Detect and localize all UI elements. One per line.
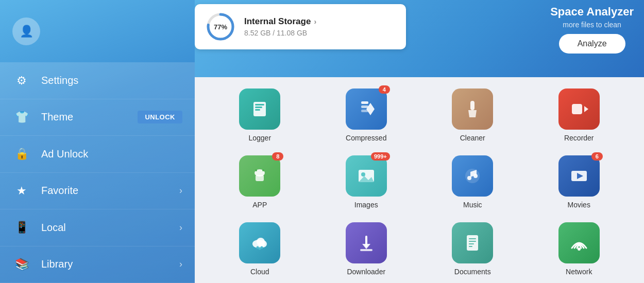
sidebar-item-favorite[interactable]: ★ Favorite › bbox=[0, 173, 195, 209]
svg-rect-6 bbox=[361, 101, 368, 104]
app-label-logger: Logger bbox=[248, 134, 271, 142]
space-analyzer: Space Analyzer more files to clean Analy… bbox=[550, 5, 634, 54]
grid-item-cloud[interactable]: Cloud bbox=[210, 217, 310, 280]
svg-point-30 bbox=[261, 246, 263, 249]
svg-marker-9 bbox=[366, 103, 375, 115]
storage-name: Internal Storage › bbox=[244, 16, 316, 27]
svg-point-18 bbox=[361, 172, 365, 176]
app-label-documents: Documents bbox=[454, 268, 491, 276]
sidebar-label-ad-unlock: Ad Unlock bbox=[41, 148, 182, 160]
sidebar-label-library: Library bbox=[41, 258, 179, 270]
svg-rect-16 bbox=[256, 175, 264, 181]
sidebar-label-favorite: Favorite bbox=[41, 185, 179, 197]
storage-card[interactable]: 77% Internal Storage › 8.52 GB / 11.08 G… bbox=[195, 4, 406, 49]
app-label-recorder: Recorder bbox=[564, 134, 594, 142]
app-icon-cleaner bbox=[452, 89, 493, 130]
svg-point-14 bbox=[255, 169, 257, 171]
app-label-cloud: Cloud bbox=[250, 268, 269, 276]
settings-icon: ⚙ bbox=[12, 72, 31, 90]
app-icon-documents bbox=[452, 222, 493, 263]
grid-item-downloader[interactable]: Downloader bbox=[317, 217, 416, 280]
main-content: 77% Internal Storage › 8.52 GB / 11.08 G… bbox=[195, 0, 644, 283]
theme-icon: 👕 bbox=[12, 108, 31, 127]
svg-marker-31 bbox=[362, 244, 370, 249]
app-label-network: Network bbox=[566, 268, 592, 276]
svg-rect-5 bbox=[255, 109, 260, 111]
svg-rect-11 bbox=[572, 104, 582, 114]
app-icon-music bbox=[452, 155, 493, 197]
sidebar-label-local: Local bbox=[41, 222, 179, 234]
badge-images: 999+ bbox=[371, 152, 390, 161]
badge-movies: 6 bbox=[591, 152, 603, 161]
storage-info: Internal Storage › 8.52 GB / 11.08 GB bbox=[244, 16, 316, 37]
svg-point-27 bbox=[257, 238, 265, 246]
sidebar-item-theme[interactable]: 👕 Theme UNLOCK bbox=[0, 99, 195, 136]
chevron-icon-local: › bbox=[179, 222, 182, 233]
svg-point-21 bbox=[467, 176, 471, 180]
grid-item-documents[interactable]: Documents bbox=[423, 217, 522, 280]
grid-item-compressed[interactable]: 4 Compressed bbox=[317, 83, 416, 146]
grid-item-movies[interactable]: 6 Movies bbox=[530, 150, 629, 213]
grid-area: Logger 4 Compressed Cleaner Recorder 8 A… bbox=[195, 77, 644, 283]
storage-percent: 77% bbox=[214, 23, 227, 31]
svg-rect-33 bbox=[467, 235, 478, 251]
space-analyzer-title: Space Analyzer bbox=[550, 5, 634, 19]
grid-item-cleaner[interactable]: Cleaner bbox=[423, 83, 522, 146]
app-icon-movies: 6 bbox=[558, 155, 600, 197]
app-icon-cloud bbox=[239, 222, 280, 263]
svg-point-38 bbox=[578, 247, 581, 251]
app-label-images: Images bbox=[354, 201, 378, 209]
top-bar: 77% Internal Storage › 8.52 GB / 11.08 G… bbox=[195, 0, 644, 77]
chevron-icon-library: › bbox=[179, 259, 182, 270]
star-icon: ★ bbox=[12, 182, 31, 200]
grid-item-network[interactable]: Network bbox=[530, 217, 629, 280]
app-label-music: Music bbox=[463, 201, 482, 209]
app-icon-images: 999+ bbox=[346, 155, 387, 197]
phone-icon: 📱 bbox=[12, 218, 31, 237]
app-icon-downloader bbox=[346, 222, 387, 263]
app-icon-compressed: 4 bbox=[346, 89, 387, 130]
svg-rect-36 bbox=[469, 243, 474, 244]
storage-arrow-icon: › bbox=[314, 17, 316, 26]
chevron-icon-favorite: › bbox=[179, 185, 182, 196]
sidebar: 👤 ⚙ Settings 👕 Theme UNLOCK 🔒 Ad Unlock … bbox=[0, 0, 195, 283]
app-label-cleaner: Cleaner bbox=[460, 134, 485, 142]
lock-icon: 🔒 bbox=[12, 145, 31, 163]
storage-size: 8.52 GB / 11.08 GB bbox=[244, 29, 316, 37]
svg-rect-3 bbox=[255, 104, 264, 105]
library-icon: 📚 bbox=[12, 255, 31, 274]
avatar: 👤 bbox=[12, 17, 40, 45]
sidebar-item-settings[interactable]: ⚙ Settings bbox=[0, 62, 195, 99]
grid-item-logger[interactable]: Logger bbox=[210, 83, 310, 146]
svg-rect-32 bbox=[360, 249, 372, 251]
grid-item-music[interactable]: Music bbox=[423, 150, 522, 213]
sidebar-header: 👤 bbox=[0, 0, 195, 62]
app-icon-recorder bbox=[558, 89, 600, 130]
analyze-button[interactable]: Analyze bbox=[559, 34, 625, 54]
svg-rect-35 bbox=[469, 241, 476, 242]
space-analyzer-subtitle: more files to clean bbox=[550, 21, 634, 29]
sidebar-item-local[interactable]: 📱 Local › bbox=[0, 209, 195, 246]
svg-rect-4 bbox=[255, 107, 262, 108]
grid-item-app[interactable]: 8 APP bbox=[210, 150, 310, 213]
sidebar-item-ad-unlock[interactable]: 🔒 Ad Unlock bbox=[0, 136, 195, 172]
grid-item-images[interactable]: 999+ Images bbox=[317, 150, 416, 213]
sidebar-label-theme: Theme bbox=[41, 111, 138, 123]
sidebar-label-settings: Settings bbox=[41, 75, 182, 86]
app-label-app: APP bbox=[252, 201, 267, 209]
svg-rect-10 bbox=[470, 101, 474, 110]
svg-rect-37 bbox=[469, 246, 472, 247]
app-icon-logger bbox=[239, 89, 280, 130]
app-icon-network bbox=[558, 222, 600, 263]
sidebar-item-library[interactable]: 📚 Library › bbox=[0, 246, 195, 283]
grid-item-recorder[interactable]: Recorder bbox=[530, 83, 629, 146]
app-label-downloader: Downloader bbox=[347, 268, 385, 276]
badge-app: 8 bbox=[272, 152, 283, 161]
app-label-movies: Movies bbox=[568, 201, 590, 209]
unlock-badge[interactable]: UNLOCK bbox=[138, 111, 182, 123]
svg-point-15 bbox=[262, 169, 264, 171]
app-label-compressed: Compressed bbox=[346, 134, 386, 142]
app-icon-app: 8 bbox=[239, 155, 280, 197]
svg-rect-34 bbox=[469, 238, 476, 239]
storage-progress-circle: 77% bbox=[205, 11, 236, 42]
